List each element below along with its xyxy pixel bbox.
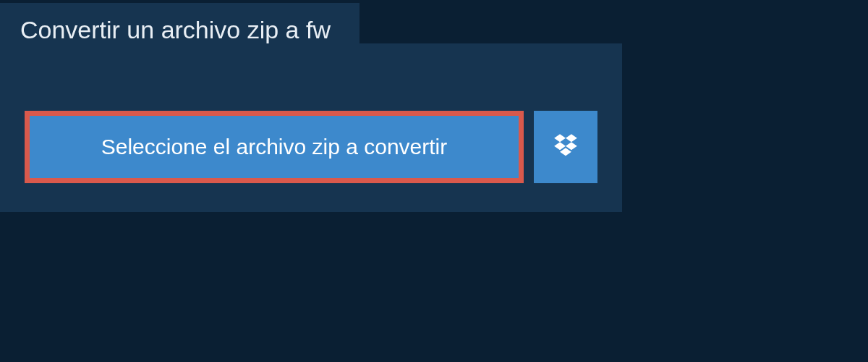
dropbox-icon [552, 132, 579, 162]
select-file-label: Seleccione el archivo zip a convertir [101, 135, 448, 159]
select-file-button[interactable]: Seleccione el archivo zip a convertir [25, 111, 524, 183]
button-row: Seleccione el archivo zip a convertir [0, 111, 622, 183]
dropbox-button[interactable] [534, 111, 597, 183]
converter-panel: Convertir un archivo zip a fw Seleccione… [0, 43, 622, 212]
page-title: Convertir un archivo zip a fw [0, 3, 359, 57]
